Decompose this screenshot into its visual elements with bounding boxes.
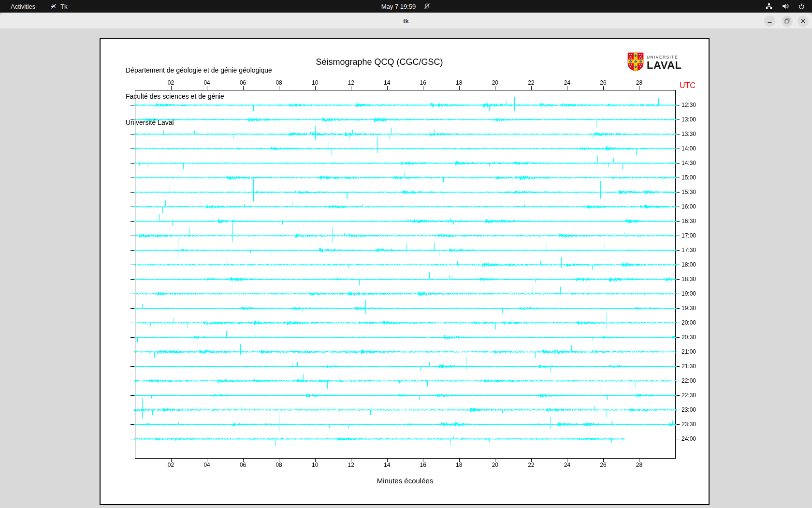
x-tick-top-18: 18 [456, 79, 462, 86]
x-tick-top-02: 02 [168, 79, 174, 86]
utc-label-24:00: 24:00 [682, 435, 696, 442]
laval-crest-icon [627, 52, 644, 74]
x-tick-bottom-10: 10 [312, 462, 318, 468]
window-titlebar[interactable]: tk [0, 13, 812, 29]
plot-title: Séismographe QCQ (CGC/GSC) [316, 57, 443, 67]
clock-area[interactable]: May 7 19:59 [0, 0, 812, 13]
x-tick-top-10: 10 [312, 79, 318, 86]
x-tick-bottom-14: 14 [384, 462, 390, 468]
tk-window-body: Département de géologie et de génie géol… [0, 29, 812, 508]
x-tick-top-04: 04 [203, 79, 210, 86]
close-button[interactable] [798, 15, 809, 27]
x-tick-bottom-26: 26 [600, 462, 606, 468]
utc-label-22:30: 22:30 [682, 392, 696, 399]
x-tick-bottom-20: 20 [492, 462, 498, 468]
seismograph-canvas: Département de géologie et de génie géol… [100, 38, 710, 505]
header-line-1: Département de géologie et de génie géol… [126, 66, 272, 75]
x-tick-bottom-02: 02 [168, 462, 174, 468]
utc-label-23:30: 23:30 [682, 421, 696, 428]
x-tick-top-14: 14 [384, 79, 390, 86]
x-tick-bottom-18: 18 [456, 462, 462, 468]
utc-label-18:30: 18:30 [682, 276, 696, 283]
utc-label-14:00: 14:00 [682, 145, 696, 152]
utc-label-19:00: 19:00 [682, 290, 696, 297]
x-tick-bottom-22: 22 [528, 462, 534, 468]
utc-label-20:30: 20:30 [682, 334, 696, 341]
x-tick-top-08: 08 [276, 79, 282, 86]
utc-label-20:00: 20:00 [682, 319, 696, 326]
department-header: Département de géologie et de génie géol… [126, 48, 272, 144]
x-tick-top-24: 24 [564, 79, 570, 86]
laval-wordmark: UNIVERSITÉ LAVAL [647, 55, 682, 71]
x-tick-bottom-06: 06 [240, 462, 246, 468]
x-tick-bottom-04: 04 [203, 462, 210, 468]
volume-icon [782, 2, 789, 10]
utc-label-12:30: 12:30 [682, 102, 696, 108]
utc-label-15:30: 15:30 [682, 189, 696, 195]
x-tick-bottom-16: 16 [420, 462, 426, 468]
utc-label-13:00: 13:00 [682, 116, 696, 123]
utc-label-17:30: 17:30 [682, 247, 696, 254]
utc-label-18:00: 18:00 [682, 261, 696, 268]
gnome-top-bar: Activities Tk May 7 19:59 [0, 0, 812, 13]
x-tick-top-28: 28 [636, 79, 642, 86]
utc-axis-label: UTC [680, 81, 696, 90]
notifications-muted-bell-icon [423, 3, 431, 10]
network-wired-icon [765, 2, 773, 10]
logo-text-laval: LAVAL [647, 60, 682, 71]
universite-laval-logo: UNIVERSITÉ LAVAL [627, 52, 682, 74]
utc-label-17:00: 17:00 [682, 232, 696, 239]
header-line-3: Université Laval [126, 118, 272, 127]
utc-label-19:30: 19:30 [682, 305, 696, 312]
utc-label-16:30: 16:30 [682, 218, 696, 224]
window-title: tk [0, 13, 812, 29]
clock-label: May 7 19:59 [381, 3, 416, 10]
x-tick-top-06: 06 [240, 79, 246, 86]
utc-label-21:00: 21:00 [682, 348, 696, 355]
system-status-area[interactable] [765, 0, 805, 13]
power-icon [798, 3, 805, 10]
x-tick-top-12: 12 [348, 79, 354, 86]
x-tick-bottom-08: 08 [276, 462, 282, 468]
x-tick-top-22: 22 [528, 79, 534, 86]
utc-label-23:00: 23:00 [682, 406, 696, 413]
utc-label-14:30: 14:30 [682, 160, 696, 166]
utc-label-13:30: 13:30 [682, 131, 696, 137]
x-tick-bottom-12: 12 [348, 462, 354, 468]
x-tick-top-26: 26 [600, 79, 606, 86]
utc-label-21:30: 21:30 [682, 363, 696, 370]
minimize-button[interactable] [764, 15, 775, 27]
x-tick-top-16: 16 [420, 79, 426, 86]
logo-text-universite: UNIVERSITÉ [647, 55, 682, 60]
utc-label-22:00: 22:00 [682, 377, 696, 384]
utc-label-16:00: 16:00 [682, 203, 696, 210]
header-line-2: Faculté des sciences et de génie [126, 92, 272, 101]
utc-label-15:00: 15:00 [682, 174, 696, 181]
x-tick-bottom-28: 28 [636, 462, 642, 468]
x-axis-label: Minutes écoulées [377, 477, 434, 485]
maximize-button[interactable] [782, 15, 793, 27]
x-tick-top-20: 20 [492, 79, 498, 86]
x-tick-bottom-24: 24 [564, 462, 570, 468]
